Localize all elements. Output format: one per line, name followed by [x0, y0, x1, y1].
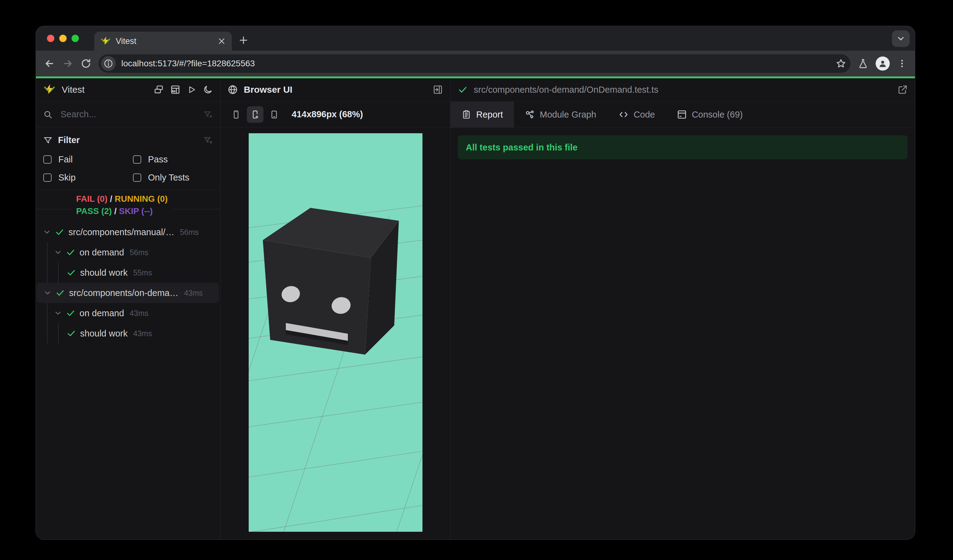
profile-avatar[interactable] [875, 56, 890, 71]
expand-chevron-icon[interactable] [54, 309, 62, 318]
coverage-dashboard-icon[interactable] [171, 85, 180, 95]
tab-search-button[interactable] [892, 30, 910, 47]
console-icon [677, 110, 687, 119]
test-tree-row[interactable]: on demand56ms [36, 242, 220, 262]
tab-label: Code [634, 110, 655, 120]
checkbox[interactable] [133, 155, 141, 164]
test-tree-row[interactable]: should work55ms [36, 262, 220, 283]
expand-chevron-icon[interactable] [43, 289, 52, 297]
tab-title: Vitest [116, 37, 213, 46]
all-tests-passed-banner: All tests passed in this file [458, 135, 908, 159]
tab-close-icon[interactable] [218, 37, 226, 45]
minimize-window-button[interactable] [59, 35, 67, 42]
3d-scene [249, 133, 422, 532]
filter-option-label: Only Tests [148, 172, 189, 183]
test-duration: 43ms [133, 329, 152, 338]
device-phone-button[interactable] [228, 106, 244, 123]
tab-strip: Vitest [36, 26, 915, 51]
dashboard-overlay-icon[interactable] [154, 85, 164, 95]
indent-guide [58, 323, 59, 344]
browser-menu-icon[interactable] [897, 59, 907, 68]
fail-count: FAIL (0) [76, 194, 107, 203]
run-all-play-icon[interactable] [187, 85, 196, 95]
panel-title: Browser UI [244, 84, 292, 95]
checkbox[interactable] [43, 155, 51, 164]
report-tab-bar: ReportModule GraphCodeConsole (69) [450, 102, 915, 128]
test-label: should work [80, 329, 128, 339]
pass-check-icon [56, 288, 65, 298]
pass-check-icon [66, 248, 75, 257]
indent-guide [47, 323, 48, 344]
forward-button[interactable] [62, 58, 73, 69]
brand-title: Vitest [62, 84, 85, 95]
pass-check-icon [55, 228, 64, 237]
filter-option-skip[interactable]: Skip [43, 172, 133, 183]
graph-icon [525, 110, 535, 119]
reload-button[interactable] [81, 58, 91, 69]
search-input[interactable]: Search... [61, 109, 203, 119]
test-tree-row[interactable]: on demand43ms [36, 303, 220, 323]
address-bar[interactable]: localhost:5173/#/?file=1828625563 [99, 54, 851, 73]
tab-console-69[interactable]: Console (69) [666, 102, 754, 127]
bookmark-star-icon[interactable] [836, 58, 846, 69]
open-panel-right-icon[interactable] [433, 85, 443, 95]
device-phone-plus-button[interactable] [247, 106, 264, 123]
clear-filters-icon[interactable] [203, 136, 213, 145]
skip-count: SKIP (--) [119, 206, 153, 216]
filter-option-label: Fail [58, 154, 73, 164]
url-text[interactable]: localhost:5173/#/?file=1828625563 [121, 59, 836, 68]
clear-search-filter-icon[interactable] [203, 110, 213, 119]
indent-guide [47, 262, 48, 283]
browser-preview-viewport[interactable] [249, 133, 422, 532]
code-icon [618, 109, 629, 120]
back-button[interactable] [44, 58, 55, 69]
sidebar: Vitest [36, 78, 220, 540]
tab-label: Module Graph [540, 110, 596, 120]
test-label: src/components/manual/… [68, 227, 174, 237]
file-pass-check-icon [458, 85, 467, 95]
dark-mode-moon-icon[interactable] [203, 85, 213, 95]
pass-check-icon [66, 309, 75, 318]
expand-chevron-icon[interactable] [54, 248, 62, 257]
globe-icon [228, 85, 237, 95]
tab-report[interactable]: Report [450, 102, 514, 127]
test-tree: src/components/manual/…56mson demand56ms… [36, 222, 220, 540]
test-label: src/components/on-dema… [69, 288, 178, 298]
close-window-button[interactable] [47, 35, 54, 42]
test-label: should work [80, 268, 128, 278]
filter-section: Filter FailPassSkipOnly Tests [36, 128, 220, 190]
test-duration: 56ms [180, 228, 199, 237]
expand-chevron-icon[interactable] [43, 228, 51, 236]
open-in-new-tab-icon[interactable] [898, 85, 908, 95]
test-tree-row[interactable]: src/components/manual/…56ms [36, 222, 220, 242]
browser-ui-panel: Browser UI 414x896px (68%) [220, 78, 450, 540]
test-duration: 43ms [184, 289, 203, 298]
filter-option-only-tests[interactable]: Only Tests [133, 172, 213, 183]
filter-funnel-icon [43, 136, 53, 145]
filter-option-fail[interactable]: Fail [43, 154, 133, 164]
checkbox[interactable] [43, 174, 51, 182]
indent-guide [58, 262, 59, 283]
running-count: RUNNING (0) [115, 194, 168, 203]
sidebar-header: Vitest [36, 78, 220, 101]
filter-option-pass[interactable]: Pass [133, 154, 213, 164]
experiments-flask-icon[interactable] [858, 58, 868, 69]
indent-guide [47, 303, 48, 323]
test-tree-row[interactable]: src/components/on-dema…43ms [37, 283, 219, 303]
search-bar[interactable]: Search... [36, 102, 220, 127]
vitest-favicon-icon [100, 36, 111, 47]
new-tab-button[interactable] [239, 35, 248, 45]
filter-title: Filter [58, 135, 198, 145]
report-panel: src/components/on-demand/OnDemand.test.t… [450, 78, 915, 540]
selected-file-path: src/components/on-demand/OnDemand.test.t… [474, 85, 892, 95]
maximize-window-button[interactable] [71, 35, 79, 42]
test-tree-row[interactable]: should work43ms [36, 323, 220, 344]
checkbox[interactable] [133, 174, 141, 182]
pass-check-icon [67, 268, 76, 277]
tab-code[interactable]: Code [607, 102, 666, 127]
browser-tab[interactable]: Vitest [94, 32, 232, 51]
tab-module-graph[interactable]: Module Graph [514, 102, 607, 127]
device-tablet-button[interactable] [266, 106, 282, 123]
site-info-icon[interactable] [101, 56, 116, 71]
filter-option-label: Pass [148, 154, 168, 164]
